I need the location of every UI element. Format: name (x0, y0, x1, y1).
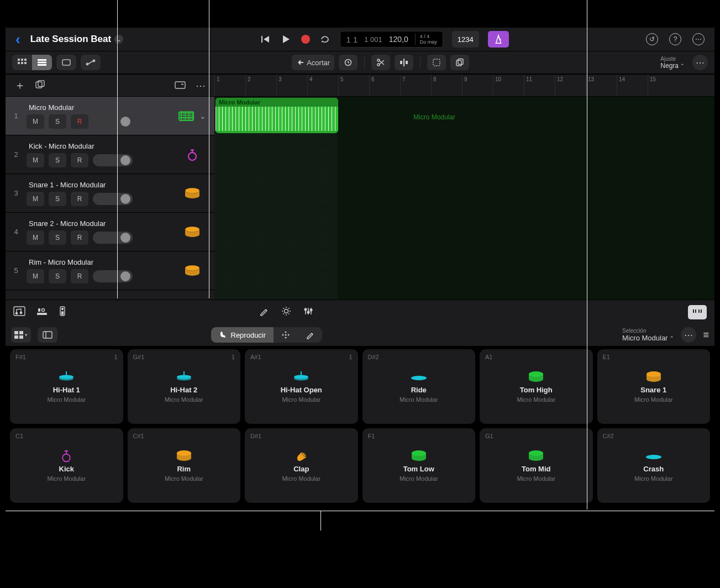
view-grid-button[interactable] (12, 55, 32, 70)
mute-button[interactable]: M (27, 230, 44, 245)
pad-layout-button[interactable]: ▾ (11, 327, 31, 343)
drum-pad[interactable]: A1Tom HighMicro Modular (480, 349, 593, 424)
padbar-more-button[interactable]: ⋯ (681, 327, 696, 343)
midi-region[interactable]: Micro Modular (216, 98, 338, 133)
drum-pad[interactable]: F#11Hi-Hat 1Micro Modular (10, 349, 123, 424)
ruler-tick: 1 (214, 75, 220, 96)
scissors-tool[interactable] (371, 55, 390, 70)
loop-tool[interactable] (339, 55, 358, 70)
library-button[interactable] (13, 306, 25, 318)
count-in-pill[interactable]: 1234 (452, 31, 479, 48)
fullscreen-button[interactable] (56, 55, 76, 70)
svg-point-56 (285, 334, 287, 336)
musical-keyboard-button[interactable] (688, 305, 707, 319)
drum-pad[interactable]: G#11Hi-Hat 2Micro Modular (128, 349, 241, 424)
track-more-button[interactable]: ⋯ (196, 80, 206, 92)
solo-button[interactable]: S (49, 153, 66, 167)
drum-pad[interactable]: G1Tom MidMicro Modular (480, 428, 593, 503)
drum-pad[interactable]: F1Tom LowMicro Modular (362, 428, 476, 503)
timeline-ruler[interactable]: 123456789101112131415 (214, 75, 714, 97)
record-arm-button[interactable]: R (71, 269, 88, 284)
svg-rect-40 (62, 312, 64, 314)
pad-mode-play[interactable]: Reproducir (211, 327, 274, 343)
volume-slider[interactable] (93, 270, 133, 282)
back-button[interactable]: ‹ (15, 32, 20, 46)
solo-button[interactable]: S (49, 230, 66, 245)
drum-pad[interactable]: A#11Hi-Hat OpenMicro Modular (245, 349, 358, 424)
metronome-button[interactable] (488, 31, 509, 48)
chevron-down-icon[interactable]: ⌄ (199, 112, 206, 120)
solo-button[interactable]: S (49, 192, 66, 206)
snap-setting[interactable]: Ajuste Negra⌃ (660, 56, 685, 70)
svg-rect-47 (695, 309, 696, 313)
pad-mode-edit[interactable] (298, 327, 322, 343)
volume-slider[interactable] (93, 193, 133, 205)
controls-tool[interactable] (303, 306, 313, 318)
mute-button[interactable]: M (27, 153, 44, 167)
mute-button[interactable]: M (27, 114, 44, 129)
plugin-button[interactable] (59, 306, 66, 318)
solo-button[interactable]: S (49, 114, 66, 129)
guide-line (209, 0, 209, 298)
marquee-tool[interactable] (427, 55, 446, 70)
pad-sidebar-button[interactable] (38, 327, 57, 343)
copy-tool[interactable] (450, 55, 469, 70)
drum-pad[interactable]: D#1ClapMicro Modular (245, 428, 358, 503)
lcd-display[interactable]: 1 1 1 001 120,0 4 / 4 Do may (340, 31, 443, 48)
solo-button[interactable]: S (49, 269, 66, 284)
svg-point-15 (377, 64, 380, 66)
svg-rect-17 (400, 61, 402, 64)
undo-button[interactable]: ↺ (646, 33, 658, 45)
track-row[interactable]: 5Rim - Micro ModularMSR (6, 251, 214, 290)
duplicate-track-button[interactable] (35, 80, 45, 91)
automation-button[interactable] (81, 55, 101, 70)
drum-pad[interactable]: D#2RideMicro Modular (362, 349, 476, 424)
record-arm-button[interactable]: R (71, 192, 88, 206)
help-button[interactable]: ? (669, 33, 681, 45)
mute-button[interactable]: M (27, 192, 44, 206)
record-arm-button[interactable]: R (71, 230, 88, 245)
track-row[interactable]: 1Micro ModularMSR⌄ (6, 97, 214, 135)
drum-pad[interactable]: C1KickMicro Modular (10, 428, 123, 503)
drum-pad[interactable]: C#2CrashMicro Modular (597, 428, 711, 503)
add-track-button[interactable]: ＋ (14, 78, 25, 93)
drum-pad[interactable]: E1Snare 1Micro Modular (597, 349, 711, 424)
pad-name: Snare 1 (640, 386, 666, 394)
volume-slider[interactable] (93, 154, 133, 166)
pad-selection[interactable]: Selección Micro Modular⌃ (622, 328, 674, 342)
region-notes-icon (216, 107, 338, 131)
svg-point-33 (15, 312, 17, 314)
toolbar-more-button[interactable]: ⋯ (692, 55, 708, 70)
more-menu-button[interactable]: ⋯ (692, 33, 705, 45)
arrange-area[interactable]: Micro Modular Micro Modular (214, 97, 714, 300)
pad-name: Hi-Hat Open (281, 386, 322, 394)
svg-rect-52 (14, 335, 18, 339)
track-folder-button[interactable] (175, 80, 186, 91)
mute-button[interactable]: M (27, 269, 44, 284)
brightness-tool[interactable] (281, 306, 291, 318)
rewind-button[interactable] (260, 34, 271, 45)
drum-icon (184, 265, 201, 277)
split-tool[interactable] (395, 55, 413, 70)
padbar-list-button[interactable]: ≡ (703, 329, 709, 341)
volume-slider[interactable] (93, 232, 133, 244)
track-row[interactable]: 3Snare 1 - Micro ModularMSR (6, 174, 214, 213)
shorten-tool[interactable]: Acortar (292, 55, 334, 70)
record-arm-button[interactable]: R (71, 114, 88, 129)
cycle-button[interactable] (320, 34, 331, 45)
pencil-tool[interactable] (259, 306, 269, 318)
pad-mode-move[interactable] (274, 327, 298, 343)
guide-line (6, 511, 714, 511)
record-button[interactable] (300, 34, 311, 45)
volume-slider[interactable] (93, 116, 133, 128)
record-arm-button[interactable]: R (71, 153, 88, 167)
svg-rect-51 (19, 331, 23, 334)
svg-rect-1 (18, 59, 20, 61)
drum-pad[interactable]: C#1RimMicro Modular (128, 428, 241, 503)
play-button[interactable] (280, 34, 291, 45)
view-list-button[interactable] (32, 55, 52, 70)
project-menu-caret[interactable]: ⌄ (114, 35, 123, 44)
channel-strip-button[interactable] (36, 307, 48, 318)
track-row[interactable]: 2Kick - Micro ModularMSR (6, 135, 214, 174)
track-row[interactable]: 4Snare 2 - Micro ModularMSR (6, 213, 214, 251)
